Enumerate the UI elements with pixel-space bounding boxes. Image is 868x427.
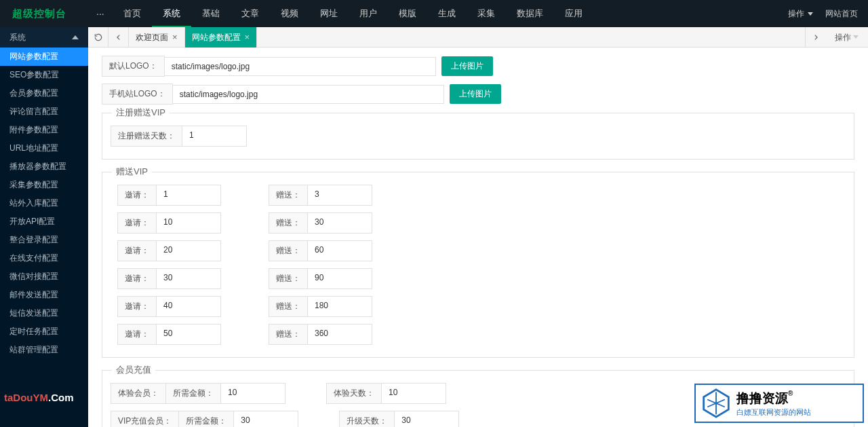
amount-input[interactable]: 30	[234, 411, 298, 427]
nav-item-7[interactable]: 模版	[388, 0, 427, 27]
close-icon[interactable]: ×	[245, 27, 250, 48]
sidebar-header[interactable]: 系统	[0, 27, 88, 48]
chevron-right-icon	[812, 34, 819, 41]
upload-mobile-logo-button[interactable]: 上传图片	[450, 84, 501, 104]
mobile-logo-label: 手机站LOGO：	[102, 83, 173, 105]
sidebar-item-4[interactable]: 附件参数配置	[0, 121, 88, 139]
give-vip-row: 邀请：40赠送：180	[111, 296, 846, 317]
sidebar-item-15[interactable]: 定时任务配置	[0, 322, 88, 341]
default-logo-input[interactable]: static/images/logo.jpg	[165, 57, 436, 76]
nav-item-11[interactable]: 应用	[554, 0, 593, 27]
reg-days-input[interactable]: 1	[182, 126, 247, 147]
brand-logo-icon	[701, 388, 731, 418]
invite-input[interactable]: 20	[157, 240, 221, 261]
sidebar: 系统 网站参数配置SEO参数配置会员参数配置评论留言配置附件参数配置URL地址配…	[0, 27, 88, 427]
sidebar-item-11[interactable]: 在线支付配置	[0, 249, 88, 267]
mobile-logo-row: 手机站LOGO： static/images/logo.jpg 上传图片	[102, 83, 854, 105]
nav-item-5[interactable]: 网址	[309, 0, 349, 27]
brand-box: 撸撸资源® 白嫖互联网资源的网站	[694, 384, 864, 423]
reg-vip-section: 注册赠送VIP 注册赠送天数： 1	[102, 113, 854, 160]
invite-input[interactable]: 40	[157, 296, 221, 317]
give-input[interactable]: 90	[308, 268, 372, 289]
days-input[interactable]: 30	[395, 411, 459, 427]
page-body: 默认LOGO： static/images/logo.jpg 上传图片 手机站L…	[88, 48, 868, 427]
give-input[interactable]: 360	[308, 324, 372, 345]
nav-item-0[interactable]: 首页	[113, 0, 152, 27]
sidebar-item-16[interactable]: 站群管理配置	[0, 341, 88, 359]
amount-label: 所需金额：	[179, 411, 234, 427]
close-icon[interactable]: ×	[172, 27, 178, 48]
sidebar-item-0[interactable]: 网站参数配置	[0, 48, 88, 66]
tab-0[interactable]: 欢迎页面×	[129, 27, 185, 48]
nav-item-2[interactable]: 基础	[191, 0, 231, 27]
sidebar-item-14[interactable]: 短信发送配置	[0, 304, 88, 322]
tab-1[interactable]: 网站参数配置×	[185, 27, 258, 48]
sidebar-title: 系统	[9, 27, 26, 48]
nav-item-8[interactable]: 生成	[427, 0, 467, 27]
sidebar-item-5[interactable]: URL地址配置	[0, 139, 88, 157]
amount-input[interactable]: 10	[221, 383, 285, 404]
invite-label: 邀请：	[117, 212, 157, 234]
nav-item-3[interactable]: 文章	[231, 0, 270, 27]
sidebar-item-9[interactable]: 开放API配置	[0, 212, 88, 231]
give-label: 赠送：	[269, 324, 308, 345]
reg-vip-title: 注册赠送VIP	[112, 107, 170, 119]
sidebar-item-3[interactable]: 评论留言配置	[0, 103, 88, 121]
nav-item-1[interactable]: 系统	[152, 0, 191, 27]
days-label: 体验天数：	[326, 383, 382, 404]
give-input[interactable]: 180	[308, 296, 372, 317]
invite-label: 邀请：	[117, 324, 157, 345]
sidebar-item-2[interactable]: 会员参数配置	[0, 84, 88, 103]
sidebar-item-8[interactable]: 站外入库配置	[0, 194, 88, 212]
invite-label: 邀请：	[117, 185, 157, 206]
give-label: 赠送：	[269, 212, 308, 234]
give-vip-row: 邀请：10赠送：30	[111, 212, 846, 234]
reload-button[interactable]	[88, 27, 108, 48]
invite-input[interactable]: 1	[157, 185, 221, 206]
tab-label: 网站参数配置	[192, 27, 241, 48]
more-icon[interactable]: ···	[88, 8, 113, 19]
invite-input[interactable]: 30	[157, 268, 221, 289]
tab-next-button[interactable]	[805, 27, 825, 48]
give-vip-row: 邀请：50赠送：360	[111, 324, 846, 345]
mobile-logo-input[interactable]: static/images/logo.jpg	[173, 85, 444, 104]
ops-dropdown[interactable]: 操作	[788, 8, 813, 20]
recharge-title: 会员充值	[112, 364, 155, 376]
member-type-label: 体验会员：	[111, 383, 166, 404]
brand-text: 撸撸资源® 白嫖互联网资源的网站	[736, 390, 811, 417]
tab-label: 欢迎页面	[136, 27, 168, 48]
sidebar-item-13[interactable]: 邮件发送配置	[0, 286, 88, 304]
give-vip-section: 赠送VIP 邀请：1赠送：3邀请：10赠送：30邀请：20赠送：60邀请：30赠…	[102, 172, 854, 358]
sidebar-item-1[interactable]: SEO参数配置	[0, 66, 88, 84]
amount-label: 所需金额：	[166, 383, 221, 404]
nav-item-10[interactable]: 数据库	[506, 0, 554, 27]
tab-prev-button[interactable]	[108, 27, 129, 48]
upload-default-logo-button[interactable]: 上传图片	[441, 56, 493, 76]
sidebar-item-6[interactable]: 播放器参数配置	[0, 157, 88, 176]
sidebar-item-7[interactable]: 采集参数配置	[0, 176, 88, 194]
watermark: taDouYM.Com	[4, 392, 74, 403]
sidebar-item-12[interactable]: 微信对接配置	[0, 267, 88, 286]
triangle-up-icon	[72, 35, 79, 39]
nav-item-9[interactable]: 采集	[467, 0, 506, 27]
nav-item-6[interactable]: 用户	[349, 0, 388, 27]
days-input[interactable]: 10	[382, 383, 446, 404]
sidebar-item-10[interactable]: 整合登录配置	[0, 231, 88, 249]
tab-ops-dropdown[interactable]: 操作	[825, 27, 868, 48]
site-home-link[interactable]: 网站首页	[825, 8, 858, 20]
top-nav: ··· 首页系统基础文章视频网址用户模版生成采集数据库应用	[88, 0, 788, 27]
tab-bar: 欢迎页面×网站参数配置× 操作	[88, 27, 868, 48]
content: 欢迎页面×网站参数配置× 操作 默认LOGO： static/images/lo…	[88, 27, 868, 427]
give-input[interactable]: 60	[308, 240, 372, 261]
reg-days-pair: 注册赠送天数： 1	[111, 126, 247, 147]
invite-input[interactable]: 10	[157, 212, 221, 234]
give-label: 赠送：	[269, 296, 308, 317]
reload-icon	[94, 33, 103, 42]
invite-input[interactable]: 50	[157, 324, 221, 345]
member-type-label: VIP充值会员：	[111, 411, 179, 427]
top-bar: 超级控制台 ··· 首页系统基础文章视频网址用户模版生成采集数据库应用 操作 网…	[0, 0, 868, 27]
give-vip-title: 赠送VIP	[112, 166, 152, 178]
give-input[interactable]: 30	[308, 212, 372, 234]
nav-item-4[interactable]: 视频	[270, 0, 309, 27]
give-input[interactable]: 3	[308, 185, 372, 206]
